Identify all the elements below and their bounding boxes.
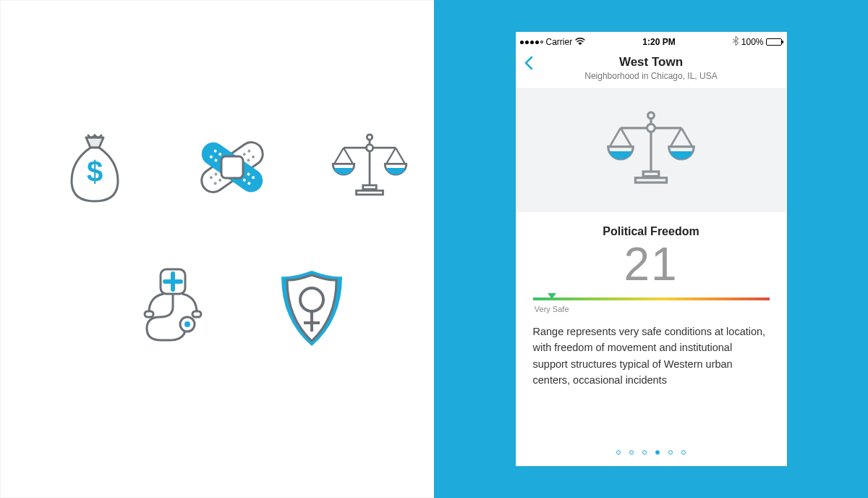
signal-dots-icon — [520, 41, 543, 44]
svg-point-21 — [367, 135, 372, 140]
stethoscope-icon — [131, 269, 218, 355]
page-indicator[interactable] — [516, 436, 787, 466]
svg-rect-19 — [221, 156, 243, 178]
svg-line-25 — [344, 148, 353, 164]
scales-icon — [600, 107, 702, 194]
svg-line-44 — [621, 128, 631, 147]
svg-text:$: $ — [87, 156, 103, 187]
svg-line-45 — [671, 128, 681, 147]
pager-dot[interactable] — [668, 450, 673, 455]
svg-rect-47 — [643, 172, 659, 176]
svg-point-38 — [579, 43, 581, 45]
svg-line-26 — [386, 148, 396, 164]
battery-icon — [766, 38, 782, 46]
bandage-icon — [189, 124, 276, 211]
svg-rect-28 — [363, 185, 376, 190]
status-bar: Carrier 1:20 PM 100% — [516, 35, 787, 49]
pager-dot[interactable] — [655, 450, 660, 455]
pager-dot[interactable] — [629, 450, 634, 455]
shield-female-icon — [268, 269, 355, 355]
metric-value: 21 — [533, 241, 770, 287]
safety-gauge: Very Safe — [516, 287, 787, 313]
svg-line-24 — [334, 148, 344, 164]
pager-dot[interactable] — [681, 450, 686, 455]
gauge-label: Very Safe — [535, 305, 569, 313]
nav-header: West Town Neighborhood in Chicago, IL, U… — [516, 49, 787, 89]
metric-title: Political Freedom — [533, 225, 770, 238]
svg-rect-29 — [357, 190, 383, 195]
back-button[interactable] — [524, 56, 533, 73]
carrier-label: Carrier — [546, 37, 573, 47]
wifi-icon — [575, 37, 585, 47]
svg-point-40 — [648, 112, 655, 119]
svg-point-34 — [184, 321, 190, 327]
clock-label: 1:20 PM — [642, 37, 675, 47]
page-title: West Town — [516, 55, 787, 69]
money-bag-icon: $ — [51, 124, 138, 211]
pager-dot[interactable] — [616, 450, 621, 455]
phone-frame: Carrier 1:20 PM 100% West Town Neighborh… — [516, 32, 787, 466]
svg-point-42 — [647, 124, 655, 132]
page-subtitle: Neighborhood in Chicago, IL, USA — [516, 71, 787, 81]
gauge-marker — [548, 293, 556, 299]
pager-dot[interactable] — [642, 450, 647, 455]
svg-rect-32 — [192, 311, 201, 317]
icon-palette-panel: $ — [0, 0, 434, 498]
svg-rect-48 — [635, 178, 666, 182]
battery-pct-label: 100% — [741, 37, 764, 47]
svg-line-46 — [681, 128, 692, 147]
svg-line-43 — [610, 128, 621, 147]
phone-backdrop: Carrier 1:20 PM 100% West Town Neighborh… — [434, 0, 868, 498]
metric-block: Political Freedom 21 — [516, 212, 787, 287]
svg-line-27 — [396, 148, 405, 164]
svg-rect-31 — [145, 311, 153, 317]
bluetooth-icon — [733, 36, 739, 48]
scales-icon — [326, 124, 413, 211]
metric-description: Range represents very safe conditions at… — [516, 313, 787, 389]
svg-point-23 — [366, 145, 373, 151]
hero-illustration — [516, 89, 787, 212]
